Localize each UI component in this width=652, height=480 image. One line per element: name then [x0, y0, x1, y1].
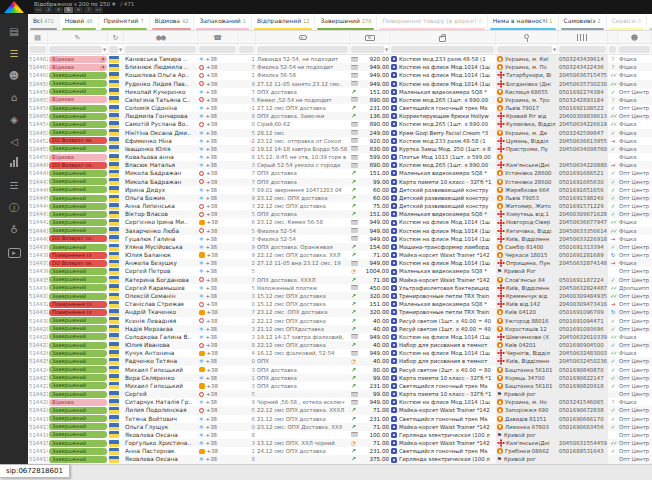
table-row[interactable]: 514427ЗавершенийЮлия Иванова+38822.12 см… [28, 341, 652, 349]
table-row[interactable]: 514413ЗавершенийЯковлева Оксана✳+388↗375… [28, 455, 652, 463]
status-badge[interactable]: Завершений [49, 358, 107, 365]
status-badge[interactable]: Відмова◔ [49, 64, 107, 71]
tab-11[interactable]: Сервіси0 [607, 14, 647, 30]
col-delivery-filter-input[interactable] [497, 46, 552, 53]
status-badge[interactable]: Завершений [49, 195, 107, 202]
status-badge[interactable]: Завершений [49, 374, 107, 381]
tab-8[interactable]: Повернення товару (в дорозі)0 [377, 14, 487, 30]
chevron-down-icon[interactable]: ▼ [103, 47, 106, 52]
col-ttn-filter-input[interactable] [559, 46, 606, 53]
col-days-filter-input[interactable] [239, 46, 254, 53]
table-row[interactable]: 514460ЗавершенийКошелева Ольга Ар..+381Ф… [28, 71, 652, 79]
status-badge[interactable]: Завершений [49, 105, 107, 112]
status-badge[interactable]: Завершений [49, 366, 107, 373]
table-row[interactable]: 514441ЗавершенийЗахарченко Люба+385Фиалк… [28, 227, 652, 235]
status-badge[interactable]: Завершений [49, 456, 107, 463]
col-id-filter-input[interactable] [29, 46, 46, 53]
products-icon[interactable]: ◈ [3, 110, 25, 129]
status-badge[interactable]: Завершений [49, 113, 107, 120]
col-supplier-filter-input[interactable] [619, 46, 650, 53]
status-badge[interactable]: Завершений [49, 178, 107, 185]
tab-1[interactable]: Всі471 [28, 14, 60, 30]
table-row[interactable]: 514448ЗавершенийМикола Бадражан+387ОПХ д… [28, 169, 652, 177]
dashboard-icon[interactable]: ▤ [3, 22, 25, 41]
status-badge[interactable]: Завершений [49, 448, 107, 455]
status-badge[interactable]: Завершений [49, 423, 107, 430]
col-id-header[interactable]: ▤ [28, 31, 48, 44]
table-row[interactable]: 514461Відмова◔Близнюк Людмила ..+387Фиал… [28, 63, 652, 71]
col-ttn-header[interactable] [558, 31, 608, 44]
chevron-down-icon[interactable]: ▼ [119, 47, 122, 52]
pagination-page-6[interactable]: 6 [74, 7, 83, 13]
status-badge[interactable]: DO Возврат ск. [49, 162, 107, 169]
sip-caller-id[interactable]: sip:0672818601 [0, 464, 70, 478]
status-badge[interactable]: Відмова [49, 96, 107, 103]
table-row[interactable]: 514451ЗавершенийІващенко Юлія✳+38-219.12… [28, 145, 652, 153]
reports-icon[interactable] [3, 154, 25, 173]
col-source-header[interactable]: ↻ [108, 31, 124, 44]
table-row[interactable]: 514429ЗавершенийНадія Мерзаєва✳+38321.12… [28, 325, 652, 333]
col-comment-filter-input[interactable] [257, 46, 348, 53]
status-badge[interactable]: Завершений [49, 203, 107, 210]
table-row[interactable]: 514438Повернення (зЮлия Баланюк+38922.12… [28, 251, 652, 259]
table-row[interactable]: 514447ЗавершенийМикола Бадражан+387ОПХ д… [28, 178, 652, 186]
col-client-filter-input[interactable] [125, 46, 196, 53]
tab-6[interactable]: Відправлений12 [252, 14, 316, 30]
status-badge[interactable]: Відмова [49, 154, 107, 161]
col-products-header[interactable] [390, 31, 496, 44]
col-payment-header[interactable] [350, 31, 390, 44]
status-badge[interactable]: Завершений [49, 88, 107, 95]
table-row[interactable]: 514458ЗавершенийНиколай Кучеренко✳+387ОП… [28, 88, 652, 96]
table-row[interactable]: 514442ЗавершенийСергієнко Ірина Ми..+386… [28, 218, 652, 226]
table-row[interactable]: 514456ЗавершенийСоломія Сідоніна✳+38-127… [28, 104, 652, 112]
status-badge[interactable]: DO Возврат ск. [49, 235, 107, 242]
table-row[interactable]: 514443ЗавершенийВіктор Власов+385ОПХ дос… [28, 210, 652, 218]
status-badge[interactable]: Завершений [49, 268, 107, 275]
status-badge[interactable]: Завершений [49, 317, 107, 324]
tab-7[interactable]: Завершений278 [315, 14, 377, 30]
table-row[interactable]: 514432Повернення (зСтаніслав Стрижак+380… [28, 300, 652, 308]
status-badge[interactable]: Завершений [49, 211, 107, 218]
status-badge[interactable]: Повернення (з [49, 252, 107, 259]
tab-4[interactable]: Відмова42 [150, 14, 195, 30]
status-badge[interactable]: Завершений [49, 129, 107, 136]
status-badge[interactable]: DO Возврат ок. [49, 137, 107, 144]
table-row[interactable]: 514445ЗавершенийОльга Божик✳+38923.12 см… [28, 194, 652, 202]
col-comment-header[interactable] [256, 31, 350, 44]
col-supplier-header[interactable]: ☻ [618, 31, 652, 44]
app-logo-icon[interactable] [4, 1, 24, 13]
status-badge[interactable]: Відмова [49, 399, 107, 406]
status-badge[interactable]: Завершений [49, 80, 107, 87]
table-row[interactable]: 514430ЗавершенийКсенія Левадняя+38222.12… [28, 317, 652, 325]
status-badge[interactable]: Завершений [49, 72, 107, 79]
tab-9[interactable]: Нема в наявності1 [488, 14, 559, 30]
tab-2[interactable]: Новий48 [60, 14, 99, 30]
col-days-header[interactable] [238, 31, 256, 44]
table-row[interactable]: 514424ЗавершенийМихаил Гилецький+383ОПХ … [28, 366, 652, 374]
table-row[interactable]: 514436ЗавершенийСергей Петров✳+385◔1004.… [28, 267, 652, 275]
table-row[interactable]: 514462Відмова◔Каневська Тамара ..✳+381Ла… [28, 55, 652, 63]
table-row[interactable]: 514437DO Возврат ок.Анжела Безушку✳+3822… [28, 259, 652, 267]
table-row[interactable]: 514452DO Возврат ок.Єфименко Ніна✳+38-22… [28, 137, 652, 145]
status-badge[interactable]: Повернення (з [49, 301, 107, 308]
clients-icon[interactable]: ☻ [3, 66, 25, 85]
table-row[interactable]: 514423ЗавершенийВера Скляренко✳+381ОПХ д… [28, 374, 652, 382]
col-phone-filter-input[interactable] [199, 46, 236, 53]
table-row[interactable]: 514446ЗавершенийИрина Дидух✳+38709.01 зв… [28, 186, 652, 194]
col-status-header[interactable]: ✎ [48, 31, 108, 44]
status-badge[interactable]: Завершений [49, 145, 107, 152]
table-row[interactable]: 514453ЗавершенийНікітіна Оксана Дми..✳+3… [28, 129, 652, 137]
table-row[interactable]: 514457ВідмоваСалегина Татьяна С..+385Кем… [28, 96, 652, 104]
table-row[interactable]: 514416ЗавершенийЯковлева Оксана✳+388100.… [28, 431, 652, 439]
warehouse-icon[interactable]: ⌂ [3, 88, 25, 107]
status-badge[interactable]: Завершений [49, 407, 107, 414]
table-row[interactable]: 514419ЗавершенийЛилия Подолинская+38522.… [28, 406, 652, 414]
table-row[interactable]: 514431Повернення (зАндрій Ткаченко+38723… [28, 308, 652, 316]
info-icon[interactable]: ⓘ [3, 198, 25, 217]
status-badge[interactable]: Повернення (з [49, 309, 107, 316]
table-row[interactable]: 514435ЗавершенийКатерина Богданова+387ОП… [28, 276, 652, 284]
table-row[interactable]: 514428ЗавершенийСолодкова Галина В..✳+38… [28, 333, 652, 341]
col-phone-header[interactable]: ☎ [198, 31, 238, 44]
settings-icon[interactable]: ☲ [3, 176, 25, 195]
status-badge[interactable]: Завершений [49, 431, 107, 438]
